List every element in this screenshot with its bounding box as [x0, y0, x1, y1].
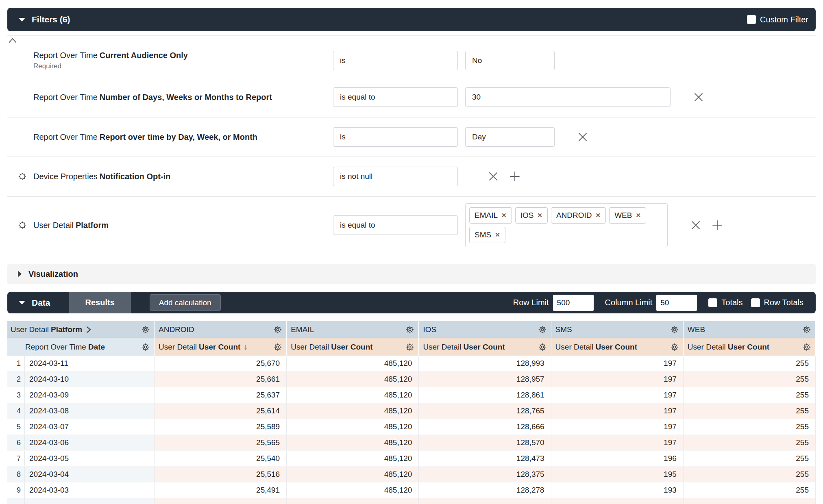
gear-icon[interactable]: [538, 325, 547, 334]
custom-filter-checkbox[interactable]: [747, 15, 756, 24]
value-cell[interactable]: 128,570: [419, 435, 551, 451]
value-cell[interactable]: 485,120: [287, 387, 419, 403]
gear-icon[interactable]: [18, 172, 27, 181]
platform-chips[interactable]: EMAIL✕IOS✕ANDROID✕WEB✕SMS✕: [465, 203, 668, 247]
remove-filter-icon[interactable]: [577, 132, 588, 142]
value-cell[interactable]: 128,957: [419, 371, 551, 387]
filter-operator-select[interactable]: is: [333, 127, 458, 147]
date-cell-value[interactable]: 2024-03-10: [25, 371, 69, 387]
value-cell[interactable]: 255: [684, 467, 816, 482]
filter-value-chip[interactable]: WEB✕: [609, 207, 646, 224]
value-cell[interactable]: 128,993: [419, 356, 551, 371]
gear-icon[interactable]: [273, 343, 282, 352]
collapse-triangle-icon[interactable]: [19, 301, 25, 304]
value-cell[interactable]: 193: [551, 482, 684, 498]
add-filter-value-icon[interactable]: [712, 219, 723, 231]
value-cell[interactable]: 25,540: [155, 451, 287, 467]
value-cell[interactable]: 128,666: [419, 419, 551, 435]
collapse-triangle-icon[interactable]: [19, 18, 25, 22]
add-calculation-button[interactable]: Add calculation: [150, 294, 221, 311]
value-cell[interactable]: 25,516: [155, 467, 287, 482]
value-cell[interactable]: 255: [684, 356, 816, 371]
remove-filter-icon[interactable]: [488, 171, 499, 182]
filter-value-chip[interactable]: IOS✕: [515, 207, 548, 224]
value-cell[interactable]: 255: [684, 403, 816, 419]
value-cell[interactable]: 485,120: [287, 482, 419, 498]
filter-operator-select[interactable]: is: [333, 51, 458, 70]
value-cell[interactable]: 128,765: [419, 403, 551, 419]
row-limit-input[interactable]: [553, 295, 594, 311]
gear-icon[interactable]: [405, 343, 414, 352]
value-cell[interactable]: 255: [684, 451, 816, 467]
value-cell[interactable]: 255: [684, 387, 816, 403]
value-cell[interactable]: 25,589: [155, 419, 287, 435]
pivot-value-header[interactable]: SMS: [551, 321, 684, 338]
date-cell-value[interactable]: 2024-03-09: [25, 387, 69, 403]
remove-filter-icon[interactable]: [693, 92, 704, 102]
totals-checkbox[interactable]: [708, 298, 717, 307]
value-cell[interactable]: 485,120: [287, 419, 419, 435]
pivot-value-header[interactable]: EMAIL: [287, 321, 419, 338]
gear-icon[interactable]: [538, 343, 547, 352]
filter-value-chip[interactable]: SMS✕: [469, 227, 505, 243]
value-cell[interactable]: 255: [684, 482, 816, 498]
measure-column-header[interactable]: User DetailUser Count: [684, 338, 816, 356]
date-cell-value[interactable]: 2024-03-05: [25, 451, 69, 466]
filter-operator-select[interactable]: is not null: [333, 167, 458, 186]
value-cell[interactable]: 128,861: [419, 387, 551, 403]
date-cell-value[interactable]: 2024-03-06: [25, 435, 69, 450]
remove-filter-icon[interactable]: [690, 220, 701, 230]
value-cell[interactable]: 196: [551, 451, 684, 467]
pivot-value-header[interactable]: WEB: [684, 321, 816, 338]
gear-icon[interactable]: [802, 325, 811, 334]
value-cell[interactable]: 25,565: [155, 435, 287, 451]
date-cell-value[interactable]: 2024-03-07: [25, 419, 69, 434]
filter-operator-select[interactable]: is equal to: [333, 215, 458, 235]
chip-remove-icon[interactable]: ✕: [501, 212, 507, 219]
measure-column-header[interactable]: User DetailUser Count: [551, 338, 684, 356]
value-cell[interactable]: 25,637: [155, 387, 287, 403]
add-filter-value-icon[interactable]: [509, 171, 520, 182]
value-cell[interactable]: 255: [684, 371, 816, 387]
gear-icon[interactable]: [670, 325, 679, 334]
value-cell[interactable]: 197: [551, 403, 684, 419]
filter-value-chip[interactable]: ANDROID✕: [551, 207, 606, 224]
chevron-up-icon[interactable]: [8, 37, 17, 43]
chip-remove-icon[interactable]: ✕: [596, 212, 601, 219]
expand-triangle-icon[interactable]: [18, 271, 22, 277]
value-cell[interactable]: 128,278: [419, 482, 551, 498]
measure-column-header[interactable]: User DetailUser Count: [287, 338, 419, 356]
chip-remove-icon[interactable]: ✕: [495, 231, 500, 239]
value-cell[interactable]: 25,491: [155, 482, 287, 498]
value-cell[interactable]: 197: [551, 387, 684, 403]
pivot-value-header[interactable]: ANDROID: [155, 321, 287, 338]
tab-results[interactable]: Results: [69, 292, 131, 313]
value-cell[interactable]: 25,614: [155, 403, 287, 419]
filters-section-header[interactable]: Filters (6) Custom Filter: [7, 8, 816, 31]
gear-icon[interactable]: [141, 325, 150, 334]
value-cell[interactable]: 197: [551, 435, 684, 451]
value-cell[interactable]: 25,670: [155, 356, 287, 371]
value-cell[interactable]: 485,120: [287, 435, 419, 451]
gear-icon[interactable]: [802, 343, 811, 352]
date-cell-value[interactable]: 2024-03-08: [25, 403, 69, 419]
value-cell[interactable]: 195: [551, 467, 684, 482]
gear-icon[interactable]: [141, 343, 150, 352]
date-cell-value[interactable]: 2024-03-11: [25, 356, 68, 371]
pivot-value-header[interactable]: IOS: [419, 321, 551, 338]
date-column-header[interactable]: Report Over TimeDate: [7, 338, 155, 356]
value-cell[interactable]: 197: [551, 356, 684, 371]
chip-remove-icon[interactable]: ✕: [636, 212, 641, 219]
gear-icon[interactable]: [273, 325, 282, 334]
gear-icon[interactable]: [18, 221, 27, 230]
value-cell[interactable]: 485,120: [287, 467, 419, 482]
filter-value-input[interactable]: Day: [465, 127, 555, 147]
value-cell[interactable]: 128,473: [419, 451, 551, 467]
value-cell[interactable]: 128,375: [419, 467, 551, 482]
value-cell[interactable]: 485,120: [287, 451, 419, 467]
value-cell[interactable]: 255: [684, 419, 816, 435]
gear-icon[interactable]: [405, 325, 414, 334]
value-cell[interactable]: 255: [684, 435, 816, 451]
pivot-dimension-header[interactable]: User DetailPlatform: [7, 321, 155, 338]
filter-value-input[interactable]: 30: [465, 87, 671, 107]
